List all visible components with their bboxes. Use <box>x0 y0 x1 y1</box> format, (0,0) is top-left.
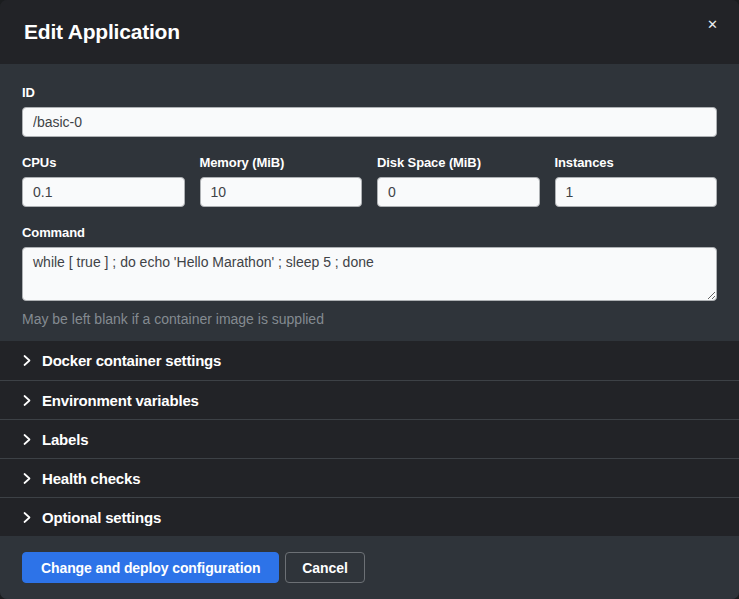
memory-label: Memory (MiB) <box>200 155 363 170</box>
chevron-right-icon <box>22 511 32 524</box>
chevron-right-icon <box>22 394 32 407</box>
cpus-input[interactable] <box>22 177 185 207</box>
disk-space-label: Disk Space (MiB) <box>377 155 540 170</box>
id-label: ID <box>22 85 717 100</box>
chevron-right-icon <box>22 354 32 367</box>
section-environment-variables[interactable]: Environment variables <box>0 380 739 419</box>
resource-fields-row: CPUs Memory (MiB) Disk Space (MiB) Insta… <box>22 155 717 207</box>
section-optional-settings[interactable]: Optional settings <box>0 497 739 536</box>
section-label: Optional settings <box>42 509 161 526</box>
section-docker-container-settings[interactable]: Docker container settings <box>0 341 739 380</box>
memory-field-group: Memory (MiB) <box>200 155 363 207</box>
instances-label: Instances <box>555 155 718 170</box>
instances-input[interactable] <box>555 177 718 207</box>
section-labels[interactable]: Labels <box>0 419 739 458</box>
instances-field-group: Instances <box>555 155 718 207</box>
section-label: Health checks <box>42 470 140 487</box>
change-and-deploy-button[interactable]: Change and deploy configuration <box>22 552 279 583</box>
section-label: Environment variables <box>42 392 199 409</box>
section-label: Labels <box>42 431 88 448</box>
modal-title: Edit Application <box>24 20 180 44</box>
command-help-text: May be left blank if a container image i… <box>22 311 717 327</box>
command-field-group: Command while [ true ] ; do echo 'Hello … <box>22 225 717 327</box>
disk-space-input[interactable] <box>377 177 540 207</box>
chevron-right-icon <box>22 472 32 485</box>
close-icon[interactable]: ✕ <box>705 16 720 33</box>
cancel-button[interactable]: Cancel <box>285 552 364 583</box>
modal-header: Edit Application ✕ <box>0 0 739 64</box>
cpus-label: CPUs <box>22 155 185 170</box>
cpus-field-group: CPUs <box>22 155 185 207</box>
section-health-checks[interactable]: Health checks <box>0 458 739 497</box>
id-input[interactable] <box>22 107 717 137</box>
command-label: Command <box>22 225 717 240</box>
chevron-right-icon <box>22 433 32 446</box>
command-textarea[interactable]: while [ true ] ; do echo 'Hello Marathon… <box>22 247 717 301</box>
section-label: Docker container settings <box>42 352 221 369</box>
memory-input[interactable] <box>200 177 363 207</box>
edit-application-modal: Edit Application ✕ ID CPUs Memory (MiB) … <box>0 0 739 599</box>
id-field-group: ID <box>22 85 717 137</box>
edit-application-form: ID CPUs Memory (MiB) Disk Space (MiB) In… <box>0 64 739 341</box>
disk-space-field-group: Disk Space (MiB) <box>377 155 540 207</box>
modal-footer: Change and deploy configuration Cancel <box>0 536 739 599</box>
collapsible-sections: Docker container settings Environment va… <box>0 341 739 536</box>
